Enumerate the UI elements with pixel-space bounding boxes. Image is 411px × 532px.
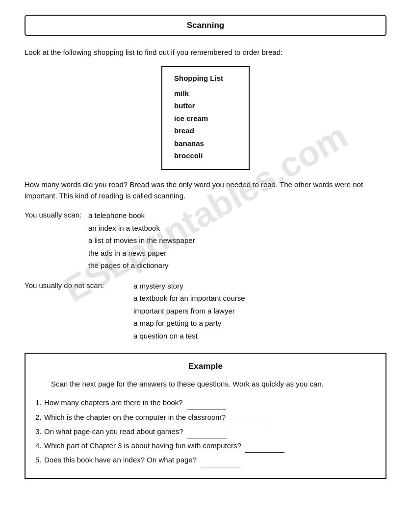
noscan-row: You usually do not scan: a mystery story… (25, 280, 386, 342)
list-item: broccoli (174, 149, 234, 162)
example-title: Example (35, 362, 376, 371)
question-text: How many chapters are there in the book? (44, 396, 376, 410)
answer-line (187, 396, 226, 410)
list-item: an index in a textbook (88, 222, 195, 235)
question-text: On what page can you read about games? (44, 425, 376, 438)
noscan-label: You usually do not scan: (25, 280, 133, 342)
question-row: 3. On what page can you read about games… (35, 425, 376, 438)
intro-text: Look at the following shopping list to f… (25, 47, 386, 58)
question-number: 2. (35, 411, 44, 424)
question-text: Does this book have an index? On what pa… (44, 454, 376, 467)
scan-section: You usually scan: a telephone bookan ind… (25, 209, 386, 272)
list-item: a mystery story (133, 280, 245, 292)
list-item: bread (174, 124, 234, 137)
noscan-items: a mystery storya textbook for an importa… (133, 280, 245, 342)
list-item: the pages of a dictionary (88, 259, 195, 272)
questions: 1. How many chapters are there in the bo… (35, 396, 376, 467)
list-item: milk (174, 87, 234, 100)
list-item: a map for getting to a party (133, 317, 245, 330)
answer-line (245, 439, 284, 453)
question-row: 2. Which is the chapter on the computer … (35, 411, 376, 424)
question-text: Which is the chapter on the computer in … (44, 411, 376, 424)
answer-line (187, 425, 227, 438)
question-number: 5. (35, 454, 44, 466)
question-row: 4. Which part of Chapter 3 is about havi… (35, 439, 376, 453)
answer-line (201, 454, 240, 467)
noscan-section: You usually do not scan: a mystery story… (25, 280, 386, 342)
question-row: 5. Does this book have an index? On what… (35, 454, 376, 467)
scan-row: You usually scan: a telephone bookan ind… (25, 209, 386, 272)
example-intro: Scan the next page for the answers to th… (35, 378, 376, 389)
answer-line (230, 411, 269, 424)
list-item: a list of movies in the newspaper (88, 234, 195, 247)
shopping-list-container: Shopping List milkbutterice creambreadba… (25, 66, 386, 170)
page-title: Scanning (25, 15, 386, 36)
list-item: the ads in a news paper (88, 247, 195, 260)
list-item: a textbook for an important course (133, 292, 245, 305)
shopping-list-title: Shopping List (174, 74, 234, 82)
list-item: important papers from a lawyer (133, 305, 245, 317)
example-box: Example Scan the next page for the answe… (25, 353, 386, 479)
question-text: Which part of Chapter 3 is about having … (44, 439, 376, 453)
list-item: butter (174, 99, 234, 112)
question-number: 3. (35, 425, 44, 438)
question-row: 1. How many chapters are there in the bo… (35, 396, 376, 410)
list-item: a telephone book (88, 209, 195, 222)
question-number: 4. (35, 439, 44, 452)
shopping-list: Shopping List milkbutterice creambreadba… (161, 66, 250, 170)
question-number: 1. (35, 396, 44, 409)
scan-label: You usually scan: (25, 209, 88, 272)
list-item: bananas (174, 137, 234, 150)
list-item: ice cream (174, 112, 234, 125)
paragraph-scanning: How many words did you read? Bread was t… (25, 179, 386, 202)
scan-items: a telephone bookan index in a textbooka … (88, 209, 195, 272)
shopping-list-items: milkbutterice creambreadbananasbroccoli (174, 87, 234, 162)
list-item: a question on a test (133, 330, 245, 342)
